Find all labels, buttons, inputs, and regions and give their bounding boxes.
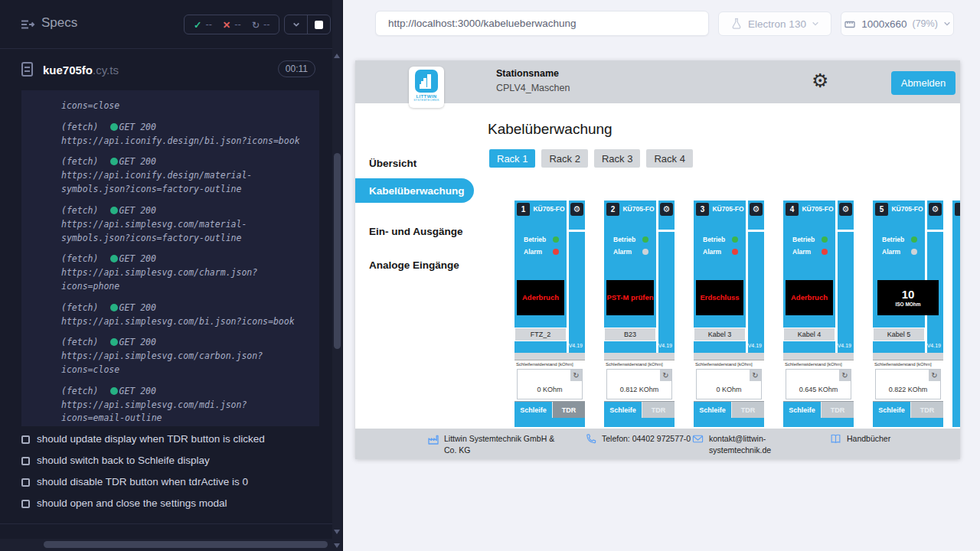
vertical-scrollbar[interactable] xyxy=(332,0,342,551)
stop-button[interactable] xyxy=(308,15,330,34)
browser-selector[interactable]: Electron 130 xyxy=(718,11,831,36)
tdr-button[interactable]: TDR xyxy=(642,402,675,418)
log-entry[interactable]: (fetch)GET 200https://api.simplesvg.com/… xyxy=(61,302,309,329)
divider xyxy=(835,201,838,353)
viewport-selector[interactable]: 1000x660 (79%) xyxy=(841,11,954,36)
log-fragment: icons=close xyxy=(61,99,309,113)
scroll-up-arrow[interactable] xyxy=(334,54,340,58)
method-status: GET 200 xyxy=(119,122,155,132)
resistance-value: 0.645 KOhm xyxy=(786,386,851,393)
status-display: Erdschluss xyxy=(696,280,743,315)
footer-item-book: Handbücher xyxy=(830,433,890,445)
horizontal-scroll-thumb[interactable] xyxy=(44,541,328,548)
nav-item-analoge-eingänge[interactable]: Analoge Eingänge xyxy=(355,253,474,277)
measurement-panel: Schleifenwiderstand [kOhm]↻0.822 KOhm xyxy=(873,360,943,402)
nav-item-übersicht[interactable]: Übersicht xyxy=(355,151,474,175)
vertical-scroll-thumb[interactable] xyxy=(334,153,341,349)
tab-rack-3[interactable]: Rack 3 xyxy=(594,149,640,168)
cable-name-label: Kabel 4 xyxy=(783,328,835,341)
card-model-label: KÜ705-FO xyxy=(531,205,567,213)
status-text: PST-M prüfen xyxy=(606,294,653,302)
tab-rack-4[interactable]: Rack 4 xyxy=(646,149,692,168)
test-item[interactable]: should disable TDR button when tdrActive… xyxy=(21,476,320,487)
app-header: LITTWIN SYSTEMTECHNIK Stationsname CPLV4… xyxy=(355,60,960,103)
test-state-icon xyxy=(21,435,30,444)
tdr-button[interactable]: TDR xyxy=(732,402,764,418)
scroll-corner-arrow[interactable] xyxy=(334,543,340,548)
tab-rack-2[interactable]: Rack 2 xyxy=(541,149,587,168)
betrieb-led xyxy=(553,236,559,243)
betrieb-label: Betrieb xyxy=(703,236,728,243)
measurement-box: ↻0 KOhm xyxy=(517,369,583,399)
tdr-button[interactable]: TDR xyxy=(911,402,943,418)
alarm-led xyxy=(822,249,828,255)
footer-item-phone: Telefon: 04402 972577-0 xyxy=(585,433,694,445)
specs-menu-icon[interactable] xyxy=(20,17,35,32)
status-text: Aderbruch xyxy=(522,294,559,302)
runner-controls xyxy=(284,15,331,34)
url-input[interactable] xyxy=(375,11,709,36)
gear-icon[interactable]: ⚙ xyxy=(570,203,583,216)
method-status: GET 200 xyxy=(119,337,155,347)
refresh-icon[interactable]: ↻ xyxy=(660,370,671,381)
log-entry[interactable]: (fetch)GET 200https://api.simplesvg.com/… xyxy=(61,336,309,377)
status-dot-icon xyxy=(110,158,118,165)
gear-icon[interactable]: ⚙ xyxy=(750,203,763,216)
gear-icon[interactable]: ⚙ xyxy=(929,203,942,216)
gear-icon[interactable]: ⚙ xyxy=(660,203,673,216)
settings-gear-icon[interactable]: ⚙ xyxy=(812,70,828,93)
refresh-icon[interactable]: ↻ xyxy=(750,370,761,381)
betrieb-label: Betrieb xyxy=(792,236,818,243)
log-entry[interactable]: (fetch)GET 200https://api.simplesvg.com/… xyxy=(61,385,309,425)
scroll-down-arrow[interactable] xyxy=(334,530,340,534)
collapse-button[interactable] xyxy=(285,15,307,34)
alarm-label: Alarm xyxy=(882,248,907,256)
device-card: 2KÜ705-FO⚙BetriebAlarmPST-M prüfenB23V4.… xyxy=(604,201,675,427)
status-text: Aderbruch xyxy=(791,294,828,302)
nav-item-ein-und-ausgänge[interactable]: Ein- und Ausgänge xyxy=(355,219,474,243)
command-log[interactable]: icons=close(fetch)GET 200https://api.ico… xyxy=(21,90,319,426)
gear-icon[interactable]: ⚙ xyxy=(839,203,852,216)
test-title: should open and close the settings modal xyxy=(37,497,227,509)
log-entry[interactable]: (fetch)GET 200https://api.simplesvg.com/… xyxy=(61,253,309,293)
schleife-button[interactable]: Schleife xyxy=(694,402,732,418)
schleife-button[interactable]: Schleife xyxy=(514,402,553,418)
alarm-row: Alarm xyxy=(524,248,559,256)
test-item[interactable]: should update display when TDR button is… xyxy=(21,433,320,445)
viewport-zoom: (79%) xyxy=(912,18,937,29)
refresh-icon[interactable]: ↻ xyxy=(929,370,940,381)
log-entry[interactable]: (fetch)GET 200https://api.iconify.design… xyxy=(61,155,309,196)
divider xyxy=(567,201,569,353)
horizontal-scrollbar[interactable] xyxy=(0,539,332,551)
method-status: GET 200 xyxy=(119,156,155,167)
status-display: Aderbruch xyxy=(786,280,833,315)
logo-icon xyxy=(415,70,438,93)
refresh-icon[interactable]: ↻ xyxy=(839,370,851,381)
card-buttons: SchleifeTDR xyxy=(604,402,675,418)
log-entry[interactable]: (fetch)GET 200https://api.iconify.design… xyxy=(61,121,309,148)
tdr-button[interactable]: TDR xyxy=(553,402,585,418)
measurement-panel: Schleifenwiderstand [kOhm]↻0 KOhm xyxy=(694,360,764,402)
status-dot-icon xyxy=(110,304,118,311)
nav-item-kabelüberwachung[interactable]: Kabelüberwachung xyxy=(355,178,474,203)
schleife-button[interactable]: Schleife xyxy=(783,402,822,418)
spec-file-row[interactable]: kue705fo.cy.ts 00:11 xyxy=(0,49,332,90)
measurement-label: Schleifenwiderstand [kOhm] xyxy=(874,362,932,367)
spec-file-name: kue705fo.cy.ts xyxy=(43,64,119,77)
logout-button[interactable]: Abmelden xyxy=(891,71,956,95)
schleife-button[interactable]: Schleife xyxy=(604,402,642,418)
test-item[interactable]: should switch back to Schleife display xyxy=(21,455,320,466)
test-item[interactable]: should open and close the settings modal xyxy=(21,497,320,509)
fetch-prefix: (fetch) xyxy=(61,386,98,396)
refresh-icon[interactable]: ↻ xyxy=(570,370,582,381)
flask-icon xyxy=(730,18,743,30)
tab-rack-1[interactable]: Rack 1 xyxy=(489,149,535,168)
log-request-line: (fetch)GET 200 xyxy=(61,336,309,350)
log-entry[interactable]: (fetch)GET 200https://api.simplesvg.com/… xyxy=(61,204,309,245)
firmware-version: V4.19 xyxy=(658,343,672,348)
pending-icon: ↻ xyxy=(252,19,260,31)
tdr-button[interactable]: TDR xyxy=(822,402,854,418)
schleife-button[interactable]: Schleife xyxy=(873,402,911,418)
littwin-logo: LITTWIN SYSTEMTECHNIK xyxy=(409,67,444,108)
divider xyxy=(746,201,748,353)
